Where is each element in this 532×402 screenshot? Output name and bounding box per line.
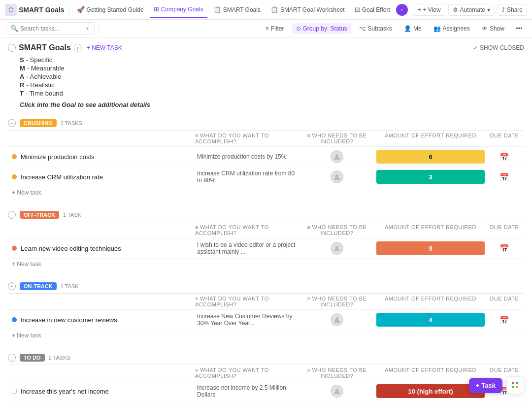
group-collapse-on-track[interactable]: − — [8, 282, 16, 290]
col-task — [8, 133, 195, 144]
calendar-icon[interactable]: 📅 — [499, 152, 509, 162]
tab-smart-goals[interactable]: 📋 SMART Goals — [209, 2, 265, 18]
me-button[interactable]: 👤 Me — [400, 23, 426, 34]
table-row[interactable]: Increase in new customer reviews Increas… — [8, 310, 524, 330]
automate-icon: ⚙ — [453, 6, 458, 13]
new-task-fab[interactable]: + Task — [469, 378, 502, 393]
nav-right-actions: + + View ⚙ Automate ▾ ⤴ Share — [413, 4, 527, 16]
col-effort: Amount of effort required — [376, 133, 485, 144]
group-header-todo: − TO DO 2 TASKS — [8, 351, 524, 365]
more-options-button[interactable]: ••• — [512, 22, 526, 35]
grid-dots-icon — [512, 382, 519, 389]
status-group-todo: − TO DO 2 TASKS ≡What do you want to acc… — [8, 351, 524, 402]
assignees-button[interactable]: 👥 Assignees — [430, 23, 474, 34]
letter-r: R — [20, 81, 24, 89]
task-assignee-cell — [298, 170, 376, 183]
tab-smart-goal-worksheet[interactable]: 📋 SMART Goal Worksheet — [266, 2, 349, 18]
task-name-cell: Increase in new customer reviews — [8, 316, 195, 324]
info-icon[interactable]: i — [74, 44, 82, 52]
assignees-icon: 👥 — [433, 25, 441, 32]
show-button[interactable]: 👁 Show — [478, 23, 508, 34]
timebound-label: - Time bound — [26, 90, 63, 97]
col-task — [8, 224, 195, 236]
subtasks-button[interactable]: ⌥ Subtasks — [355, 23, 396, 34]
calendar-icon[interactable]: 📅 — [499, 315, 509, 325]
fab-area: + Task — [469, 376, 524, 394]
show-closed-button[interactable]: ✓ SHOW CLOSED — [473, 44, 524, 51]
group-collapse-todo[interactable]: − — [8, 354, 16, 362]
new-task-row-off-track[interactable]: + New task — [8, 259, 524, 269]
tab-getting-started[interactable]: 🚀 Getting Started Guide — [73, 2, 148, 18]
task-description: Minimize production costs by 15% — [195, 153, 298, 160]
due-date-cell: 📅 — [485, 315, 524, 325]
user-icon — [333, 173, 340, 180]
effort-cell: 6 — [376, 150, 485, 164]
effort-bar: 4 — [376, 313, 485, 327]
status-group-off-track: − OFF-TRACK 1 TASK ≡What do you want to … — [8, 208, 524, 269]
table-row[interactable]: Increase this year's net income increase… — [8, 381, 524, 402]
automate-button[interactable]: ⚙ Automate ▾ — [448, 4, 495, 16]
status-badge-todo: TO DO — [20, 354, 45, 362]
col-task — [8, 296, 195, 307]
user-icon — [333, 245, 340, 252]
task-dot — [12, 174, 17, 179]
top-navigation: ⬡ SMART Goals 🚀 Getting Started Guide ⊞ … — [0, 0, 532, 20]
calendar-icon[interactable]: 📅 — [499, 172, 509, 182]
view-button[interactable]: + + View — [413, 4, 445, 16]
avatar — [331, 170, 343, 183]
user-icon — [333, 153, 340, 160]
tab-goal-effort[interactable]: ⊡ Goal Effort — [351, 2, 394, 18]
letter-s: S — [20, 56, 24, 64]
status-badge-crushing: CRUSHING — [20, 119, 57, 127]
more-tabs-button[interactable]: › — [396, 4, 408, 16]
search-box[interactable]: 🔍 ▾ — [6, 22, 95, 34]
effort-bar: 9 — [376, 241, 485, 255]
status-badge-on-track: ON-TRACK — [20, 282, 57, 290]
new-task-button[interactable]: + NEW TASK — [85, 43, 124, 52]
task-assignee-cell — [298, 313, 376, 326]
avatar — [331, 242, 343, 255]
new-task-row-on-track[interactable]: + New task — [8, 330, 524, 341]
filter-icon: ≡ — [266, 25, 269, 32]
new-task-row-crushing[interactable]: + New task — [8, 187, 524, 198]
task-count-on-track: 1 TASK — [61, 283, 79, 289]
show-icon: 👁 — [482, 25, 488, 32]
toolbar-divider — [99, 24, 99, 34]
group-collapse-crushing[interactable]: − — [8, 119, 16, 127]
smart-item-t: T - Time bound — [20, 90, 524, 97]
task-name-cell: Minimize production costs — [8, 153, 195, 161]
letter-m: M — [20, 65, 25, 72]
search-input[interactable] — [20, 25, 84, 32]
filter-button[interactable]: ≡ Filter — [262, 23, 288, 34]
group-collapse-off-track[interactable]: − — [8, 211, 16, 219]
realistic-label: - Realistic — [26, 81, 54, 89]
calendar-icon[interactable]: 📅 — [499, 244, 509, 253]
avatar — [331, 313, 343, 326]
collapse-button[interactable]: − — [8, 44, 16, 52]
group-header-off-track: − OFF-TRACK 1 TASK — [8, 208, 524, 222]
plus-icon: + — [417, 6, 421, 13]
table-row[interactable]: Increase CRM utilization rate Increase C… — [8, 167, 524, 187]
col-include: ≡Who needs to be included? — [298, 296, 376, 307]
avatar — [331, 385, 343, 398]
nav-divider-1 — [69, 5, 70, 15]
grid-view-fab[interactable] — [506, 376, 524, 394]
effort-bar: 3 — [376, 170, 485, 184]
task-dot — [12, 154, 17, 159]
effort-cell: 9 — [376, 241, 485, 255]
subtasks-icon: ⌥ — [359, 25, 366, 32]
effort-cell: 3 — [376, 170, 485, 184]
due-date-cell: 📅 — [485, 244, 524, 253]
company-goals-icon: ⊞ — [154, 5, 159, 13]
tab-company-goals[interactable]: ⊞ Company Goals — [150, 2, 207, 18]
effort-cell: 4 — [376, 313, 485, 327]
app-title: SMART Goals — [19, 6, 65, 14]
page-title: SMART Goals — [19, 43, 71, 52]
group-by-button[interactable]: ⊙ Group by: Status — [292, 23, 351, 34]
table-row[interactable]: Learn new video editing techniques I wis… — [8, 238, 524, 259]
task-assignee-cell — [298, 150, 376, 163]
col-due-date: Due Date — [485, 296, 524, 307]
task-count-crushing: 2 TASKS — [61, 120, 82, 126]
table-row[interactable]: Minimize production costs Minimize produ… — [8, 147, 524, 167]
share-button[interactable]: ⤴ Share — [498, 4, 527, 16]
